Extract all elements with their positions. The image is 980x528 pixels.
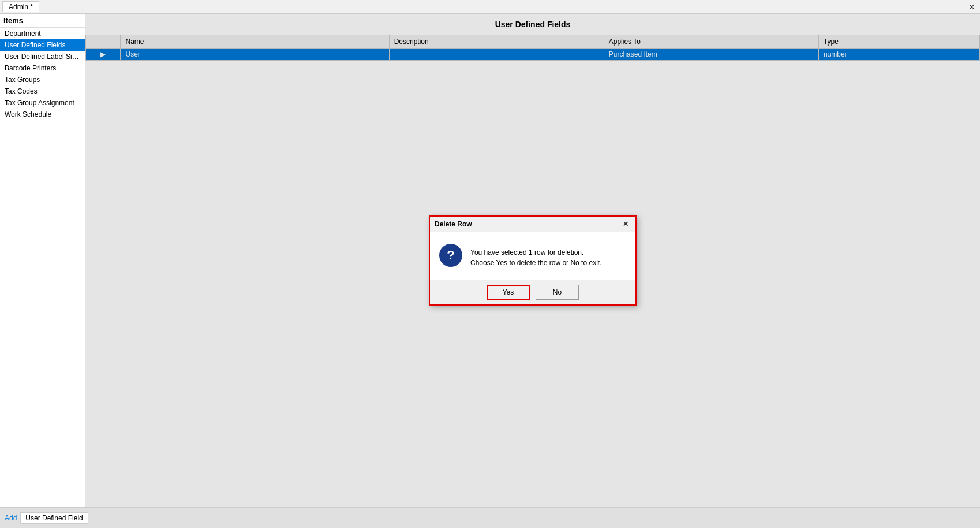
dialog-footer: Yes No — [430, 280, 635, 304]
sidebar-section-label: Items — [0, 14, 85, 28]
dialog-body: ? You have selected 1 row for deletion. … — [430, 232, 635, 280]
dialog-message-line2: Choose Yes to delete the row or No to ex… — [470, 259, 601, 267]
question-icon: ? — [439, 244, 462, 267]
sidebar-items: DepartmentUser Defined FieldsUser Define… — [0, 28, 85, 120]
delete-row-dialog: Delete Row ✕ ? You have selected 1 row f… — [429, 215, 637, 306]
sidebar-item-tax-groups[interactable]: Tax Groups — [0, 74, 85, 85]
sidebar-item-tax-codes[interactable]: Tax Codes — [0, 85, 85, 97]
sidebar-item-work-schedule[interactable]: Work Schedule — [0, 109, 85, 120]
dialog-message-line1: You have selected 1 row for deletion. — [470, 248, 583, 256]
sidebar-item-user-defined-fields[interactable]: User Defined Fields — [0, 39, 85, 51]
sidebar-item-barcode-printers[interactable]: Barcode Printers — [0, 62, 85, 74]
dialog-title: Delete Row — [435, 220, 472, 228]
bottom-bar: Add User Defined Field — [0, 507, 980, 528]
dialog-close-button[interactable]: ✕ — [620, 219, 631, 229]
dialog-overlay: Delete Row ✕ ? You have selected 1 row f… — [85, 14, 980, 507]
window-close-button[interactable]: ✕ — [966, 1, 978, 13]
field-type-label: User Defined Field — [20, 512, 88, 524]
main-layout: Items DepartmentUser Defined FieldsUser … — [0, 14, 980, 507]
content-area: User Defined Fields NameDescriptionAppli… — [85, 14, 980, 507]
title-bar: Admin * ✕ — [0, 0, 980, 14]
sidebar-item-department[interactable]: Department — [0, 28, 85, 39]
no-button[interactable]: No — [536, 285, 579, 300]
sidebar: Items DepartmentUser Defined FieldsUser … — [0, 14, 85, 507]
sidebar-item-tax-group-assignment[interactable]: Tax Group Assignment — [0, 97, 85, 109]
dialog-title-bar: Delete Row ✕ — [430, 217, 635, 232]
dialog-message: You have selected 1 row for deletion. Ch… — [470, 247, 601, 268]
add-button[interactable]: Add — [5, 514, 17, 522]
tab-admin[interactable]: Admin * — [2, 1, 39, 12]
sidebar-item-user-defined-label-sizes[interactable]: User Defined Label Sizes — [0, 51, 85, 62]
yes-button[interactable]: Yes — [487, 285, 530, 300]
